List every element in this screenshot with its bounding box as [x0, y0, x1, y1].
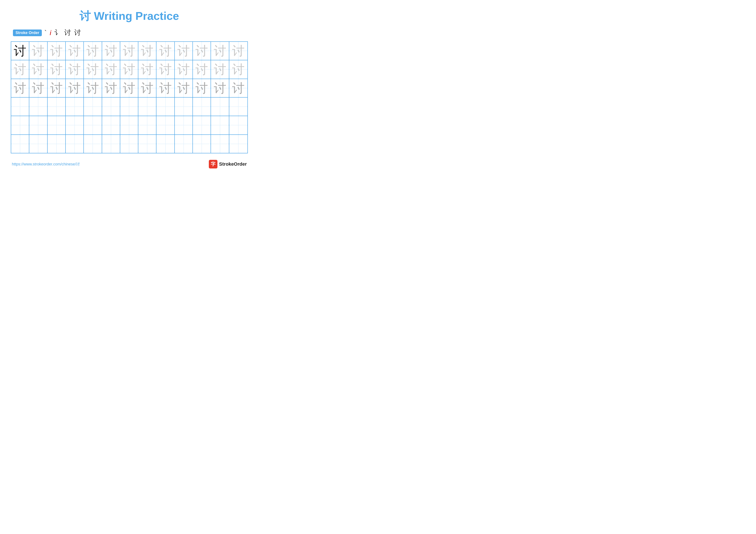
char-display: 讨	[159, 45, 172, 57]
grid-cell[interactable]	[175, 135, 193, 153]
grid-cell[interactable]: 讨	[84, 42, 102, 60]
grid-cell[interactable]: 讨	[48, 79, 66, 97]
grid-cell[interactable]	[120, 135, 138, 153]
grid-cell[interactable]: 讨	[229, 60, 247, 78]
grid-cell[interactable]	[48, 98, 66, 116]
grid-cell[interactable]	[138, 135, 156, 153]
page-title: 讨 Writing Practice	[11, 9, 248, 24]
grid-cell[interactable]: 讨	[229, 42, 247, 60]
grid-cell[interactable]	[156, 135, 175, 153]
grid-cell[interactable]: 讨	[175, 60, 193, 78]
grid-row-1: 讨 讨 讨 讨 讨 讨 讨 讨 讨 讨 讨 讨 讨	[11, 42, 247, 60]
grid-cell[interactable]: 讨	[84, 79, 102, 97]
grid-cell[interactable]: 讨	[120, 79, 138, 97]
grid-cell[interactable]	[66, 135, 84, 153]
grid-cell[interactable]: 讨	[175, 42, 193, 60]
grid-cell[interactable]	[120, 116, 138, 134]
char-display: 讨	[232, 82, 245, 94]
grid-cell[interactable]	[229, 116, 247, 134]
char-display: 讨	[123, 63, 135, 76]
grid-cell[interactable]: 讨	[138, 79, 156, 97]
grid-cell[interactable]	[229, 135, 247, 153]
grid-cell[interactable]	[211, 135, 229, 153]
grid-cell[interactable]: 讨	[11, 79, 29, 97]
char-display: 讨	[214, 45, 226, 57]
grid-cell[interactable]: 讨	[211, 79, 229, 97]
grid-cell[interactable]: 讨	[193, 42, 211, 60]
grid-cell[interactable]: 讨	[66, 79, 84, 97]
footer-url[interactable]: https://www.strokeorder.com/chinese/讨	[12, 162, 80, 167]
grid-cell[interactable]: 讨	[120, 42, 138, 60]
grid-cell[interactable]	[29, 116, 47, 134]
grid-cell[interactable]	[66, 98, 84, 116]
grid-cell[interactable]	[29, 98, 47, 116]
grid-cell[interactable]	[29, 135, 47, 153]
grid-cell[interactable]	[11, 135, 29, 153]
grid-cell[interactable]: 讨	[211, 60, 229, 78]
grid-cell[interactable]: 讨	[29, 79, 47, 97]
grid-cell[interactable]: 讨	[102, 60, 120, 78]
grid-cell[interactable]	[84, 98, 102, 116]
grid-cell[interactable]: 讨	[156, 79, 175, 97]
grid-cell[interactable]: 讨	[102, 42, 120, 60]
stroke-4: 讨	[64, 28, 71, 38]
grid-cell[interactable]	[48, 135, 66, 153]
grid-cell[interactable]: 讨	[156, 60, 175, 78]
grid-cell[interactable]: 讨	[156, 42, 175, 60]
grid-cell[interactable]	[175, 116, 193, 134]
grid-cell[interactable]	[66, 116, 84, 134]
grid-cell[interactable]	[120, 98, 138, 116]
grid-cell[interactable]	[193, 98, 211, 116]
grid-cell[interactable]: 讨	[138, 42, 156, 60]
grid-cell[interactable]: 讨	[29, 60, 47, 78]
grid-cell[interactable]	[102, 98, 120, 116]
char-display: 讨	[105, 63, 117, 76]
char-display: 讨	[196, 63, 208, 76]
grid-cell[interactable]	[138, 116, 156, 134]
grid-cell[interactable]	[211, 98, 229, 116]
grid-cell[interactable]	[102, 116, 120, 134]
grid-cell[interactable]: 讨	[29, 42, 47, 60]
grid-cell[interactable]	[229, 98, 247, 116]
grid-cell[interactable]: 讨	[66, 60, 84, 78]
grid-cell[interactable]: 讨	[193, 79, 211, 97]
char-display: 讨	[86, 82, 99, 94]
grid-cell[interactable]	[156, 98, 175, 116]
grid-cell[interactable]: 讨	[102, 79, 120, 97]
char-display: 讨	[50, 82, 63, 94]
grid-cell[interactable]: 讨	[11, 60, 29, 78]
grid-cell[interactable]	[175, 98, 193, 116]
grid-cell[interactable]: 讨	[11, 42, 29, 60]
logo-text: StrokeOrder	[219, 161, 247, 167]
char-display: 讨	[68, 63, 81, 76]
grid-cell[interactable]: 讨	[211, 42, 229, 60]
grid-row-5	[11, 116, 247, 135]
grid-cell[interactable]: 讨	[229, 79, 247, 97]
grid-cell[interactable]	[84, 116, 102, 134]
footer: https://www.strokeorder.com/chinese/讨 字 …	[11, 160, 248, 168]
grid-cell[interactable]	[156, 116, 175, 134]
grid-cell[interactable]: 讨	[175, 79, 193, 97]
grid-cell[interactable]	[211, 116, 229, 134]
grid-cell[interactable]: 讨	[84, 60, 102, 78]
char-display: 讨	[32, 82, 44, 94]
grid-cell[interactable]: 讨	[120, 60, 138, 78]
grid-cell[interactable]	[102, 135, 120, 153]
char-display: 讨	[214, 63, 226, 76]
char-display: 讨	[141, 63, 153, 76]
grid-cell[interactable]	[84, 135, 102, 153]
grid-cell[interactable]	[193, 135, 211, 153]
grid-cell[interactable]: 讨	[48, 60, 66, 78]
grid-cell[interactable]	[138, 98, 156, 116]
grid-cell[interactable]: 讨	[48, 42, 66, 60]
grid-cell[interactable]: 讨	[138, 60, 156, 78]
char-display: 讨	[105, 45, 117, 57]
char-display: 讨	[50, 63, 63, 76]
grid-cell[interactable]	[11, 98, 29, 116]
grid-cell[interactable]	[11, 116, 29, 134]
grid-row-4	[11, 98, 247, 116]
grid-cell[interactable]	[193, 116, 211, 134]
grid-cell[interactable]: 讨	[193, 60, 211, 78]
grid-cell[interactable]: 讨	[66, 42, 84, 60]
grid-cell[interactable]	[48, 116, 66, 134]
